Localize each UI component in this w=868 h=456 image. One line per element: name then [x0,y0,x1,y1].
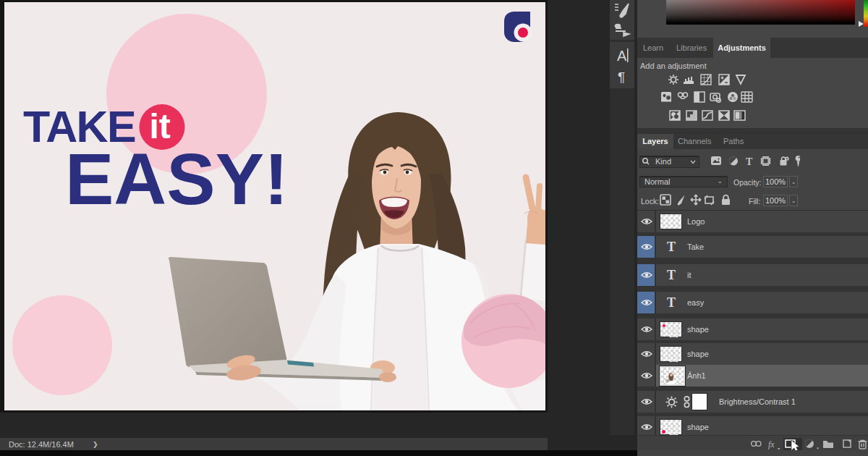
svg-text:T: T [746,156,753,167]
svg-text:EASY!: EASY! [65,138,289,219]
svg-text:fx: fx [768,439,775,449]
svg-text:A: A [617,48,627,64]
svg-text:¶: ¶ [618,69,625,85]
